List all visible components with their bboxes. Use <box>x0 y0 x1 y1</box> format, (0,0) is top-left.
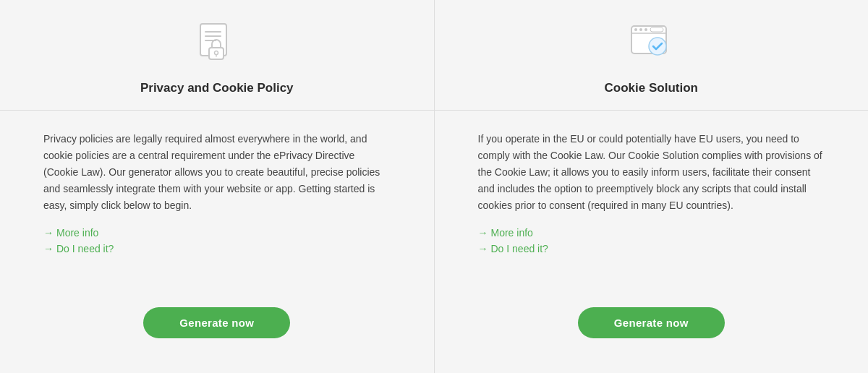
arrow-icon-3: → <box>478 227 488 239</box>
privacy-generate-btn-wrapper: Generate now <box>43 307 391 359</box>
privacy-more-info-link[interactable]: → More info <box>43 227 391 239</box>
arrow-icon-2: → <box>43 243 54 254</box>
privacy-do-i-need-link[interactable]: → Do I need it? <box>43 243 391 254</box>
svg-point-13 <box>649 38 666 55</box>
cookie-do-i-need-link[interactable]: → Do I need it? <box>478 243 825 254</box>
svg-point-9 <box>634 28 637 31</box>
cookie-solution-body: If you operate in the EU or could potent… <box>435 111 869 373</box>
privacy-policy-links: → More info → Do I need it? <box>43 227 391 254</box>
cookie-solution-description: If you operate in the EU or could potent… <box>478 131 825 214</box>
svg-rect-4 <box>209 48 224 59</box>
cookie-solution-card: Cookie Solution If you operate in the EU… <box>435 0 869 373</box>
svg-point-11 <box>644 28 647 31</box>
cookie-solution-title: Cookie Solution <box>605 81 698 95</box>
cookie-generate-button[interactable]: Generate now <box>578 307 725 338</box>
cookie-solution-card-header: Cookie Solution <box>435 0 869 111</box>
cookie-generate-btn-wrapper: Generate now <box>478 307 825 359</box>
arrow-icon-4: → <box>478 243 488 254</box>
cookie-more-info-link[interactable]: → More info <box>478 227 825 239</box>
cookie-solution-links: → More info → Do I need it? <box>478 227 825 254</box>
privacy-policy-title: Privacy and Cookie Policy <box>140 81 294 95</box>
svg-point-10 <box>639 28 642 31</box>
arrow-icon-1: → <box>43 227 54 239</box>
privacy-policy-card-header: Privacy and Cookie Policy <box>0 0 434 111</box>
privacy-generate-button[interactable]: Generate now <box>143 307 290 338</box>
privacy-policy-body: Privacy policies are legally required al… <box>0 111 434 373</box>
cookie-solution-icon <box>626 20 676 71</box>
cards-container: Privacy and Cookie Policy Privacy polici… <box>0 0 868 373</box>
privacy-policy-icon <box>192 20 242 71</box>
privacy-policy-description: Privacy policies are legally required al… <box>43 131 391 214</box>
privacy-policy-card: Privacy and Cookie Policy Privacy polici… <box>0 0 435 373</box>
